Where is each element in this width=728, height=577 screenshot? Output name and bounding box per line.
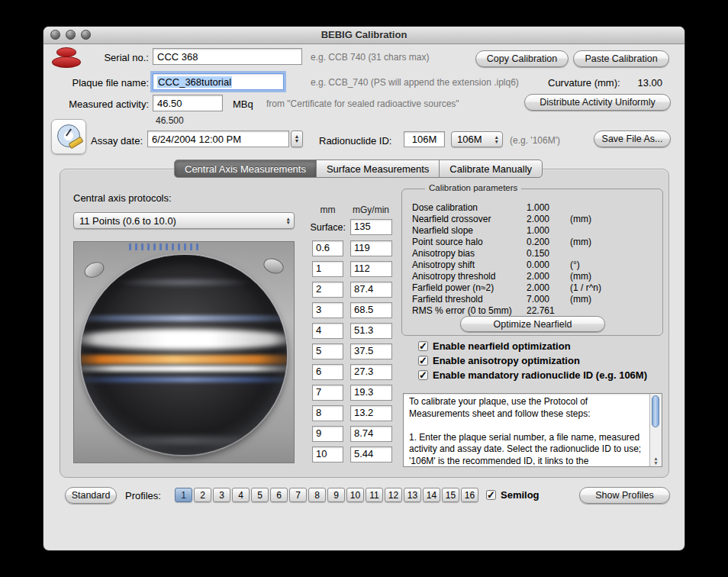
file-name-hint: e.g. CCB_740 (PS will append the extensi… [311,77,519,88]
assay-date-label: Assay date: [80,135,143,147]
file-name-input[interactable]: CCC_368tutorial [153,73,284,90]
activity-input[interactable]: 46.50 [153,95,223,111]
checkbox[interactable]: ✓ [418,370,428,380]
dose-rate-field[interactable]: 37.5 [350,343,392,359]
bebig-calibration-window: BEBIG Calibration Serial no.: CCC 368 e.… [43,27,685,550]
dose-rate-field[interactable]: 112 [350,261,392,277]
profile-button-12[interactable]: 12 [385,488,402,502]
checkbox-label: Enable anisotropy optimization [433,355,580,366]
copy-calibration-button[interactable]: Copy Calibration [475,50,569,67]
plaque-dome-image [81,255,287,455]
depth-mm-field[interactable]: 7 [312,385,343,401]
dose-rate-field[interactable]: 13.2 [350,405,392,421]
checkbox-label: Enable mandatory radionuclide ID (e.g. 1… [433,369,647,381]
calibration-param-row: Dose calibration1.000 [412,201,656,213]
titlebar[interactable]: BEBIG Calibration [43,27,685,44]
column-header-dose: mGy/min [344,205,398,215]
depth-mm-field[interactable]: 2 [312,282,343,298]
dose-rate-field[interactable]: 51.3 [350,323,392,339]
dose-rate-field[interactable]: 68.5 [350,302,392,318]
dose-rate-field[interactable]: 5.44 [350,446,392,463]
activity-hint: from "Certificate for sealed radioactive… [266,98,459,109]
profile-button-15[interactable]: 15 [442,488,459,502]
checkbox-label: Enable nearfield optimization [433,340,571,352]
profile-button-9[interactable]: 9 [327,488,345,502]
profile-button-group: 12345678910111213141516 [175,488,478,502]
profiles-label: Profiles: [125,490,161,501]
surface-dose-field[interactable]: 135 [350,219,392,235]
radionuclide-input[interactable]: 106M [404,131,445,147]
protocol-dropdown[interactable]: 11 Points (0.6 to 10.0) ▲▼ [73,212,295,229]
plaque-photo [73,241,295,463]
optimize-nearfield-button[interactable]: Optimize Nearfield [460,316,605,332]
profile-button-8[interactable]: 8 [308,488,326,502]
surface-label: Surface: [285,222,346,233]
calibration-param-row: Nearfield crossover2.000(mm) [412,213,656,224]
group-title: Calibration parameters [425,183,521,192]
checkbox[interactable]: ✓ [418,356,428,366]
tab-surface-measurements[interactable]: Surface Measurements [316,160,440,178]
optimization-checkbox-row: ✓Enable nearfield optimization [418,340,647,352]
semilog-checkbox[interactable]: ✓ [486,490,496,500]
show-profiles-button[interactable]: Show Profiles [579,487,670,504]
assay-date-stepper[interactable]: ▲▼ [291,131,303,147]
calibration-parameters-group: Calibration parameters Dose calibration1… [401,189,663,336]
calibration-param-row: Nearfield slope1.000 [412,224,656,236]
activity-echo: 46.500 [156,115,184,126]
profile-button-13[interactable]: 13 [404,488,421,502]
dose-rate-field[interactable]: 87.4 [350,282,392,298]
profile-button-7[interactable]: 7 [289,488,307,502]
optimization-checkbox-row: ✓Enable anisotropy optimization [418,355,647,366]
tab-calibrate-manually[interactable]: Calibrate Manually [439,160,543,178]
tab-central-axis-measurements[interactable]: Central Axis Measurements [174,160,317,178]
profile-button-11[interactable]: 11 [366,488,383,502]
calibration-param-row: Point source halo0.200(mm) [412,236,656,247]
curvature-value: 13.00 [637,77,662,89]
profile-button-16[interactable]: 16 [461,488,478,502]
depth-mm-field[interactable]: 3 [312,302,343,318]
semilog-label: Semilog [501,489,540,501]
profile-button-3[interactable]: 3 [213,488,230,502]
file-name-label: Plaque file name: [43,77,149,89]
profile-button-10[interactable]: 10 [346,488,364,502]
distribute-activity-button[interactable]: Distribute Activity Uniformly [524,94,671,111]
depth-mm-field[interactable]: 6 [312,364,343,380]
standard-button[interactable]: Standard [65,487,117,504]
serial-input[interactable]: CCC 368 [153,48,302,65]
dose-rate-field[interactable]: 8.74 [350,426,392,442]
depth-mm-field[interactable]: 8 [312,405,343,421]
parameter-list: Dose calibration1.000Nearfield crossover… [412,201,656,316]
profile-button-6[interactable]: 6 [270,488,288,502]
depth-mm-field[interactable]: 5 [312,343,343,359]
profile-button-1[interactable]: 1 [175,488,192,502]
assay-date-input[interactable]: 6/24/2004 12:00 PM [147,131,289,147]
profile-button-14[interactable]: 14 [423,488,440,502]
depth-mm-field[interactable]: 0.6 [312,240,343,256]
serial-hint: e.g. CCB 740 (31 chars max) [311,52,429,63]
dose-rate-field[interactable]: 119 [350,240,392,256]
checkbox[interactable]: ✓ [418,341,428,351]
depth-mm-field[interactable]: 9 [312,426,343,442]
serial-label: Serial no.: [43,52,149,63]
depth-mm-field[interactable]: 10 [312,446,343,463]
suture-lug-left [82,259,107,281]
scrollbar-arrows-icon[interactable]: ▲▼ [650,456,662,466]
save-file-as-button[interactable]: Save File As... [594,131,671,147]
central-axis-panel: Central axis protocols: 11 Points (0.6 t… [60,169,669,478]
window-title: BEBIG Calibration [43,29,685,40]
profile-button-4[interactable]: 4 [232,488,250,502]
calibration-param-row: Anisotropy bias0.150 [412,247,656,259]
profile-button-2[interactable]: 2 [194,488,211,502]
depth-mm-field[interactable]: 4 [312,323,343,339]
radionuclide-label: Radionuclide ID: [319,135,391,147]
paste-calibration-button[interactable]: Paste Calibration [573,50,669,67]
radionuclide-dropdown[interactable]: 106M ▲▼ [451,131,503,147]
calibration-param-row: Anisotropy shift0.000(°) [412,259,656,270]
radionuclide-hint: (e.g. '106M') [510,135,560,146]
scrollbar-thumb[interactable] [652,395,659,427]
scrollbar[interactable]: ▲▼ [649,394,662,466]
profile-button-5[interactable]: 5 [251,488,269,502]
depth-mm-field[interactable]: 1 [312,261,343,277]
dose-rate-field[interactable]: 19.3 [350,385,392,401]
dose-rate-field[interactable]: 27.3 [350,364,392,380]
